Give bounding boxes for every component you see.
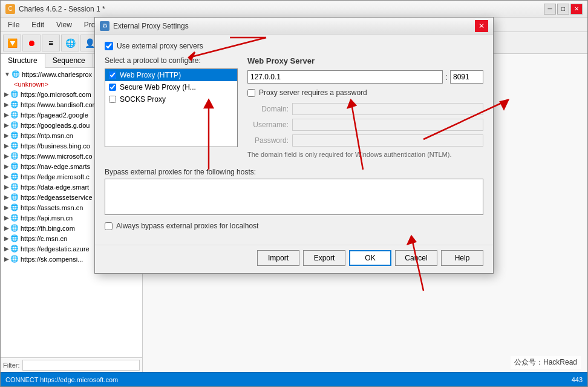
dialog-buttons: Import Export OK Cancel Help xyxy=(95,245,493,273)
dialog-close-button[interactable]: ✕ xyxy=(475,20,488,32)
always-bypass-label: Always bypass external proxies for local… xyxy=(116,222,258,230)
protocol-item-http[interactable]: Web Proxy (HTTP) xyxy=(105,69,237,81)
protocol-section-label: Select a protocol to configure: xyxy=(105,56,238,65)
protocol-label-socks: SOCKS Proxy xyxy=(120,95,166,104)
dialog-body: Use external proxy servers Select a prot… xyxy=(95,35,493,245)
ip-port-row: : xyxy=(247,70,483,84)
help-button[interactable]: Help xyxy=(441,250,483,266)
domain-label: Domain: xyxy=(247,105,289,113)
password-row: Password: xyxy=(247,134,483,147)
protocol-section: Select a protocol to configure: Web Prox… xyxy=(105,56,238,159)
use-external-proxy-checkbox[interactable] xyxy=(105,42,113,50)
protocol-checkbox-https[interactable] xyxy=(109,84,116,91)
svg-marker-8 xyxy=(500,100,508,109)
requires-password-label: Proxy server requires a password xyxy=(259,88,367,97)
always-bypass-row: Always bypass external proxies for local… xyxy=(105,222,483,230)
dialog-icon: ⚙ xyxy=(100,21,109,31)
proxy-server-section: Web Proxy Server : Proxy server requires… xyxy=(247,56,483,159)
use-external-proxy-label: Use external proxy servers xyxy=(117,42,203,50)
username-row: Username: xyxy=(247,119,483,131)
requires-password-checkbox[interactable] xyxy=(247,89,255,97)
export-button[interactable]: Export xyxy=(303,250,345,266)
username-input[interactable] xyxy=(292,119,483,131)
protocol-checkbox-http[interactable] xyxy=(109,71,116,79)
username-label: Username: xyxy=(247,121,289,129)
dialog-overlay: ⚙ External Proxy Settings ✕ Use external… xyxy=(0,0,588,387)
bypass-hosts-textarea[interactable] xyxy=(105,179,483,215)
protocol-checkbox-socks[interactable] xyxy=(109,96,116,103)
two-col-layout: Select a protocol to configure: Web Prox… xyxy=(105,56,483,159)
requires-password-row: Proxy server requires a password xyxy=(247,88,483,97)
proxy-ip-input[interactable] xyxy=(247,70,443,84)
protocol-list: Web Proxy (HTTP) Secure Web Proxy (H... … xyxy=(105,68,238,147)
colon-separator: : xyxy=(445,72,448,82)
bypass-label: Bypass external proxies for the followin… xyxy=(105,168,483,176)
protocol-item-socks[interactable]: SOCKS Proxy xyxy=(105,93,237,105)
domain-row: Domain: xyxy=(247,103,483,115)
ok-button[interactable]: OK xyxy=(349,250,391,266)
bypass-section: Bypass external proxies for the followin… xyxy=(105,168,483,217)
protocol-label-http: Web Proxy (HTTP) xyxy=(120,71,181,79)
dialog-title-bar: ⚙ External Proxy Settings ✕ xyxy=(95,18,493,35)
domain-input[interactable] xyxy=(292,103,483,115)
ntlm-note: The domain field is only required for Wi… xyxy=(247,150,483,159)
dialog-title: External Proxy Settings xyxy=(113,22,475,30)
import-button[interactable]: Import xyxy=(257,250,299,266)
always-bypass-checkbox[interactable] xyxy=(105,222,113,230)
use-external-proxy-row: Use external proxy servers xyxy=(105,42,483,50)
protocol-item-https[interactable]: Secure Web Proxy (H... xyxy=(105,81,237,93)
proxy-port-input[interactable] xyxy=(450,70,483,84)
external-proxy-dialog: ⚙ External Proxy Settings ✕ Use external… xyxy=(94,17,494,274)
watermark: 公众号：HackRead xyxy=(511,356,581,369)
protocol-label-https: Secure Web Proxy (H... xyxy=(120,83,196,91)
proxy-server-title: Web Proxy Server xyxy=(247,56,483,65)
cancel-button[interactable]: Cancel xyxy=(395,250,437,266)
password-input[interactable] xyxy=(292,134,483,147)
app-window: C Charles 4.6.2 - Session 1 * ─ □ ✕ File… xyxy=(0,0,588,387)
password-label: Password: xyxy=(247,136,289,145)
